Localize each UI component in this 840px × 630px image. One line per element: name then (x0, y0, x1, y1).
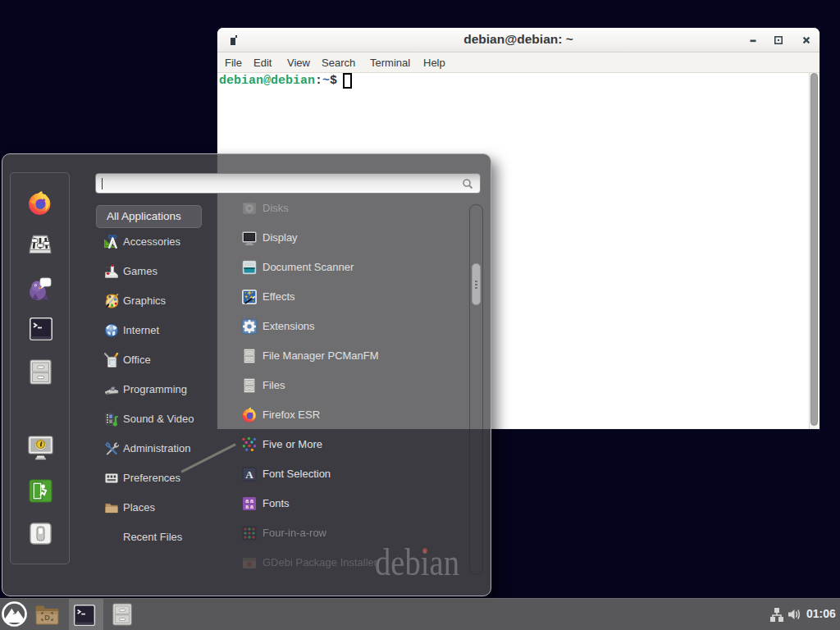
svg-text:a a: a a (245, 504, 253, 509)
svg-text:A: A (245, 468, 253, 481)
svg-text:D: D (44, 614, 50, 622)
